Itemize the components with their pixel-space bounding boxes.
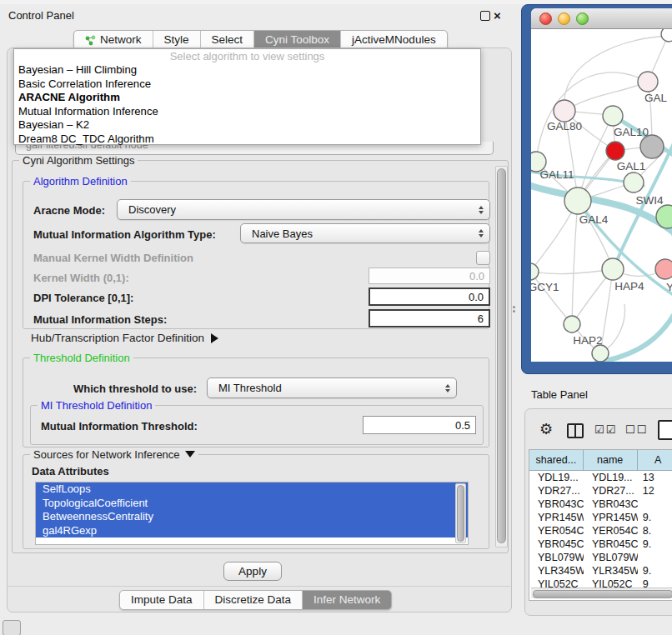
tab-cyni-toolbox[interactable]: Cyni Toolbox	[253, 31, 340, 49]
close-icon[interactable]: ×	[494, 11, 501, 21]
table-hscrollbar-thumb[interactable]	[533, 590, 672, 598]
export-table-icon[interactable]	[658, 420, 672, 440]
which-threshold-combo[interactable]: MI Threshold	[207, 378, 457, 398]
column-header[interactable]: name	[584, 450, 638, 471]
attribute-list-item[interactable]: TopologicalCoefficient	[36, 497, 468, 511]
settings-scrollbar[interactable]	[495, 166, 508, 548]
table-row[interactable]: YDR27...YDR27...12	[529, 484, 672, 498]
select-all-columns-icon[interactable]: ☑☑	[594, 423, 617, 436]
table-row[interactable]: YBR045CYBR045C9.	[529, 538, 672, 551]
attribute-list-item[interactable]: gal4RGexp	[36, 524, 468, 538]
table-row[interactable]: YBR043CYBR043C	[529, 498, 672, 511]
network-node[interactable]	[602, 258, 624, 280]
tab-label: jActiveMNodules	[352, 31, 436, 49]
column-header[interactable]: shared...	[529, 450, 584, 471]
network-node[interactable]	[531, 263, 539, 280]
float-window-icon[interactable]	[480, 11, 490, 21]
mi-threshold-label: Mutual Information Threshold:	[41, 420, 198, 432]
algorithm-item[interactable]: ARACNE Algorithm	[14, 91, 480, 105]
collapsed-panel-grip[interactable]	[3, 620, 21, 635]
node-label: GCY1	[531, 281, 559, 293]
aracne-mode-combo[interactable]: Discovery	[117, 199, 490, 220]
tab-label: Select	[212, 31, 243, 49]
collapse-arrow-icon[interactable]	[185, 451, 195, 458]
table-cell: YDL19...	[529, 471, 584, 484]
network-node[interactable]	[554, 100, 575, 122]
table-row[interactable]: YLR345WYLR345W9.	[529, 564, 672, 578]
kernel-width-value: 0.0	[469, 270, 484, 282]
tab-select[interactable]: Select	[200, 31, 254, 49]
threshold-definition-title: Threshold Definition	[30, 352, 133, 364]
node-label: Y	[666, 281, 672, 293]
network-edge[interactable]	[531, 269, 613, 274]
minimize-traffic-light-icon[interactable]	[558, 12, 570, 25]
mi-type-combo[interactable]: Naive Bayes	[240, 223, 490, 243]
sources-group-title[interactable]: Sources for Network Inference	[30, 448, 198, 461]
node-label: GAL10	[614, 126, 649, 138]
network-node[interactable]	[592, 345, 609, 362]
deselect-all-columns-icon[interactable]: ☐☐	[625, 423, 648, 436]
close-traffic-light-icon[interactable]	[539, 12, 552, 25]
tab-label: Infer Network	[313, 591, 380, 609]
tab-network[interactable]: Network	[74, 31, 153, 49]
apply-button[interactable]: Apply	[223, 562, 282, 581]
algorithm-item[interactable]: Basic Correlation Inference	[14, 78, 480, 92]
algorithm-item[interactable]: Bayesian – K2	[14, 118, 480, 132]
node-table[interactable]: shared...nameA YDL19...YDL19...13YDR27..…	[529, 449, 672, 601]
mi-threshold-field[interactable]: 0.5	[363, 416, 476, 434]
splitter-handle[interactable]	[513, 305, 515, 313]
stepper-icon	[479, 206, 484, 214]
table-row[interactable]: YBL079WYBL079W	[529, 551, 672, 564]
data-attributes-label: Data Attributes	[32, 465, 109, 478]
column-header[interactable]: A	[638, 450, 672, 471]
algorithm-item[interactable]: Dream8 DC_TDC Algorithm	[14, 132, 480, 147]
table-cell: YER054C	[584, 524, 638, 538]
manual-kernel-width-checkbox[interactable]	[476, 251, 490, 265]
network-window-titlebar[interactable]	[531, 8, 672, 29]
network-node[interactable]	[661, 29, 672, 42]
table-row[interactable]: YER054CYER054C8.	[529, 524, 672, 538]
attributes-scrollbar-thumb[interactable]	[457, 485, 464, 542]
dpi-tolerance-field[interactable]: 0.0	[369, 288, 490, 306]
tab-style[interactable]: Style	[153, 31, 200, 49]
network-canvas-svg[interactable]: GALGAL80GAL10GAL1GAL11SWI4GAL4GCY1HAP4YH…	[531, 29, 672, 362]
network-node[interactable]	[624, 172, 644, 192]
network-node[interactable]	[655, 259, 672, 279]
algorithm-item[interactable]: Bayesian – Hill Climbing	[14, 63, 480, 78]
network-node[interactable]	[603, 106, 623, 126]
attributes-scrollbar[interactable]	[455, 483, 466, 543]
network-edge[interactable]	[531, 272, 572, 324]
hub-factor-section[interactable]: Hub/Transcription Factor Definition	[31, 332, 218, 344]
network-node[interactable]	[606, 142, 624, 160]
dpi-tolerance-label: DPI Tolerance [0,1]:	[33, 292, 133, 304]
network-node[interactable]	[564, 316, 580, 332]
mi-steps-field[interactable]: 6	[369, 309, 490, 328]
attribute-list-item[interactable]: SelfLoops	[36, 482, 468, 497]
stepper-icon	[445, 384, 450, 392]
tab-jactivemnodules[interactable]: jActiveMNodules	[340, 31, 447, 49]
node-label: GAL	[644, 92, 668, 104]
table-hscrollbar[interactable]	[531, 588, 672, 598]
gear-icon[interactable]: ⚙	[539, 420, 553, 438]
zoom-traffic-light-icon[interactable]	[576, 12, 589, 25]
algorithm-item[interactable]: Mutual Information Inference	[14, 105, 480, 119]
table-row[interactable]: YPR145WYPR145W9.	[529, 511, 672, 524]
data-attributes-list[interactable]: SelfLoopsTopologicalCoefficientBetweenne…	[35, 482, 469, 545]
tab-discretize-data[interactable]: Discretize Data	[203, 591, 303, 609]
columns-icon[interactable]	[567, 423, 584, 438]
network-edge[interactable]	[564, 82, 648, 111]
table-cell: YBR045C	[529, 538, 584, 551]
dpi-tolerance-value: 0.0	[469, 291, 484, 303]
tab-impute-data[interactable]: Impute Data	[120, 591, 203, 609]
settings-scrollbar-thumb[interactable]	[497, 168, 506, 543]
network-node[interactable]	[640, 135, 664, 158]
tab-label: Discretize Data	[215, 591, 292, 609]
table-row[interactable]: YDL19...YDL19...13	[529, 471, 672, 484]
network-edge[interactable]	[572, 201, 578, 324]
network-node[interactable]	[564, 188, 591, 214]
attribute-list-item[interactable]: BetweennessCentrality	[36, 510, 468, 524]
network-node[interactable]	[638, 72, 658, 92]
tab-infer-network[interactable]: Infer Network	[302, 591, 391, 609]
algorithm-definition-group: Algorithm Definition Aracne Mode: Discov…	[23, 181, 489, 329]
expand-arrow-icon[interactable]	[211, 333, 218, 343]
